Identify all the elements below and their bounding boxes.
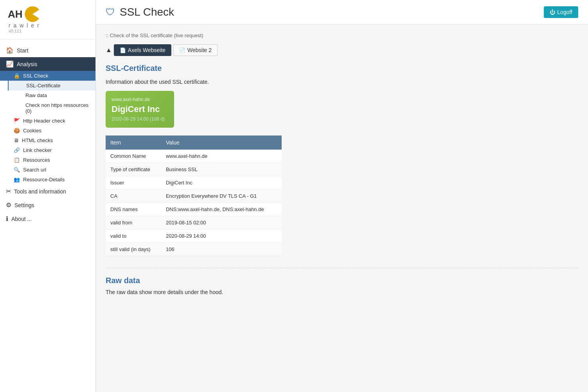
logo-crawler: r a w l e r bbox=[9, 22, 41, 29]
sidebar-item-ssl-check-label: SSL Check bbox=[23, 73, 49, 79]
sidebar-item-settings-label: Settings bbox=[14, 202, 34, 208]
sidebar-item-ssl-certificate[interactable]: SSL-Certificate bbox=[8, 81, 95, 90]
logoff-label: Logoff bbox=[557, 9, 572, 15]
content-area: :: Check of the SSL certificate (live re… bbox=[96, 25, 588, 303]
raw-data-description: The raw data show more details under the… bbox=[106, 289, 578, 295]
table-row: Type of certificateBusiness SSL bbox=[106, 163, 282, 176]
sidebar-navigation: 🏠 Start 📈 Analysis 🔒 SSL Check SSL-Certi… bbox=[0, 40, 95, 229]
table-cell-item: CA bbox=[106, 190, 161, 203]
sidebar-item-analysis[interactable]: 📈 Analysis bbox=[0, 57, 95, 71]
table-cell-item: valid to bbox=[106, 229, 161, 243]
table-cell-value: 2020-08-29 14:00 bbox=[161, 229, 282, 243]
settings-icon: ⚙ bbox=[6, 201, 11, 209]
logoff-button[interactable]: ⏻ Logoff bbox=[544, 6, 578, 18]
tab-arrow-icon[interactable]: ▲ bbox=[106, 47, 112, 54]
table-row: still valid (in days)106 bbox=[106, 243, 282, 256]
sidebar-item-check-non-https-label: Check non https ressources (0) bbox=[25, 102, 90, 114]
ssl-shield-icon: 🛡 bbox=[106, 7, 115, 18]
sidebar-item-ssl-certificate-label: SSL-Certificate bbox=[26, 83, 60, 89]
sidebar-item-start[interactable]: 🏠 Start bbox=[0, 43, 95, 57]
sidebar-item-ressources-label: Ressources bbox=[23, 157, 50, 163]
ssl-data-table: Item Value Common Namewww.axel-hahn.deTy… bbox=[106, 135, 282, 256]
power-icon: ⏻ bbox=[550, 9, 555, 15]
table-cell-item: DNS names bbox=[106, 203, 161, 216]
table-row: IssuerDigiCert Inc bbox=[106, 176, 282, 190]
ssl-cert-section-title: SSL-Certificate bbox=[106, 64, 578, 73]
sidebar-item-raw-data[interactable]: Raw data bbox=[8, 90, 95, 100]
logo-pacman-icon bbox=[24, 6, 41, 22]
logo-version: v0.111 bbox=[9, 29, 41, 33]
ssl-cert-description: Information about the used SSL certifica… bbox=[106, 79, 578, 85]
table-row: valid from2019-08-15 02:00 bbox=[106, 216, 282, 229]
about-icon: ℹ bbox=[6, 215, 8, 222]
sidebar-item-html-checks-label: HTML checks bbox=[22, 137, 53, 143]
sidebar-item-cookies-label: Cookies bbox=[23, 128, 41, 134]
table-cell-value: 2019-08-15 02:00 bbox=[161, 216, 282, 229]
sidebar-item-search-url[interactable]: 🔍 Search url bbox=[0, 165, 95, 175]
html-icon: 🖥 bbox=[14, 137, 19, 143]
table-cell-value: www.axel-hahn.de bbox=[161, 150, 282, 163]
table-row: CAEncryption Everywhere DV TLS CA - G1 bbox=[106, 190, 282, 203]
ssl-subnav: SSL-Certificate Raw data Check non https… bbox=[0, 81, 95, 116]
cert-domain: www.axel-hahn.de bbox=[111, 97, 168, 102]
table-cell-item: Common Name bbox=[106, 150, 161, 163]
table-row: DNS namesDNS:www.axel-hahn.de, DNS:axel-… bbox=[106, 203, 282, 216]
tools-icon: ✂ bbox=[6, 188, 11, 195]
raw-data-section-title: Raw data bbox=[106, 276, 578, 285]
sidebar-item-ressource-details[interactable]: 👥 Ressource-Details bbox=[0, 175, 95, 184]
logo-area: AH r a w l e r v0.111 bbox=[0, 0, 95, 40]
sidebar-item-check-non-https[interactable]: Check non https ressources (0) bbox=[8, 100, 95, 116]
sidebar-item-cookies[interactable]: 🍪 Cookies bbox=[0, 126, 95, 135]
sidebar-item-link-checker-label: Link checker bbox=[23, 147, 52, 153]
tab-doc-icon-2: 📄 bbox=[179, 47, 185, 53]
table-cell-item: valid from bbox=[106, 216, 161, 229]
sidebar: AH r a w l e r v0.111 🏠 Start 📈 Analysis… bbox=[0, 0, 96, 392]
sidebar-item-about[interactable]: ℹ About ... bbox=[0, 212, 95, 226]
table-cell-item: Type of certificate bbox=[106, 163, 161, 176]
table-header-item: Item bbox=[106, 135, 161, 150]
table-header-value: Value bbox=[161, 135, 282, 150]
details-icon: 👥 bbox=[14, 177, 20, 182]
table-cell-value: DNS:www.axel-hahn.de, DNS:axel-hahn.de bbox=[161, 203, 282, 216]
ressources-icon: 📋 bbox=[14, 157, 20, 163]
link-icon: 🔗 bbox=[14, 147, 20, 153]
sidebar-item-about-label: About ... bbox=[11, 216, 32, 222]
sidebar-item-settings[interactable]: ⚙ Settings bbox=[0, 198, 95, 212]
certificate-card: www.axel-hahn.de DigiCert Inc 2020-08-29… bbox=[106, 91, 174, 128]
page-subtitle: :: Check of the SSL certificate (live re… bbox=[106, 33, 578, 38]
sidebar-item-start-label: Start bbox=[17, 47, 29, 54]
table-cell-value: 106 bbox=[161, 243, 282, 256]
sidebar-item-ressources[interactable]: 📋 Ressources bbox=[0, 155, 95, 165]
main-content: 🛡 SSL Check ⏻ Logoff :: Check of the SSL… bbox=[96, 0, 588, 392]
home-icon: 🏠 bbox=[6, 47, 14, 54]
tab-axels-webseite-label: Axels Webseite bbox=[128, 47, 165, 53]
table-cell-value: Business SSL bbox=[161, 163, 282, 176]
sidebar-item-html-checks[interactable]: 🖥 HTML checks bbox=[0, 135, 95, 145]
section-divider bbox=[106, 268, 578, 268]
tabs-container: ▲ 📄 Axels Webseite 📄 Website 2 bbox=[106, 44, 578, 56]
table-cell-item: Issuer bbox=[106, 176, 161, 190]
sidebar-item-search-url-label: Search url bbox=[23, 167, 46, 173]
sidebar-item-http-header-check[interactable]: 🚩 Http Header check bbox=[0, 116, 95, 126]
table-cell-item: still valid (in days) bbox=[106, 243, 161, 256]
ssl-icon: 🔒 bbox=[14, 73, 20, 79]
sidebar-item-analysis-label: Analysis bbox=[17, 61, 37, 67]
sidebar-item-tools[interactable]: ✂ Tools and information bbox=[0, 184, 95, 198]
table-row: valid to2020-08-29 14:00 bbox=[106, 229, 282, 243]
tab-axels-webseite[interactable]: 📄 Axels Webseite bbox=[114, 44, 171, 56]
cert-issuer: DigiCert Inc bbox=[111, 104, 168, 114]
sidebar-item-ssl-check[interactable]: 🔒 SSL Check bbox=[0, 71, 95, 81]
table-row: Common Namewww.axel-hahn.de bbox=[106, 150, 282, 163]
tab-doc-icon-1: 📄 bbox=[120, 47, 126, 53]
analysis-icon: 📈 bbox=[6, 60, 14, 68]
cert-expiry: 2020-08-29 14:00 (106 d) bbox=[111, 116, 168, 122]
tab-website-2-label: Website 2 bbox=[187, 47, 212, 53]
page-header: 🛡 SSL Check ⏻ Logoff bbox=[96, 0, 588, 25]
sidebar-item-link-checker[interactable]: 🔗 Link checker bbox=[0, 145, 95, 155]
sidebar-item-raw-data-label: Raw data bbox=[25, 92, 47, 98]
table-cell-value: DigiCert Inc bbox=[161, 176, 282, 190]
logo-ah: AH bbox=[8, 8, 23, 20]
sidebar-item-tools-label: Tools and information bbox=[14, 188, 66, 195]
tab-website-2[interactable]: 📄 Website 2 bbox=[173, 44, 218, 56]
sidebar-item-ressource-details-label: Ressource-Details bbox=[23, 177, 65, 182]
